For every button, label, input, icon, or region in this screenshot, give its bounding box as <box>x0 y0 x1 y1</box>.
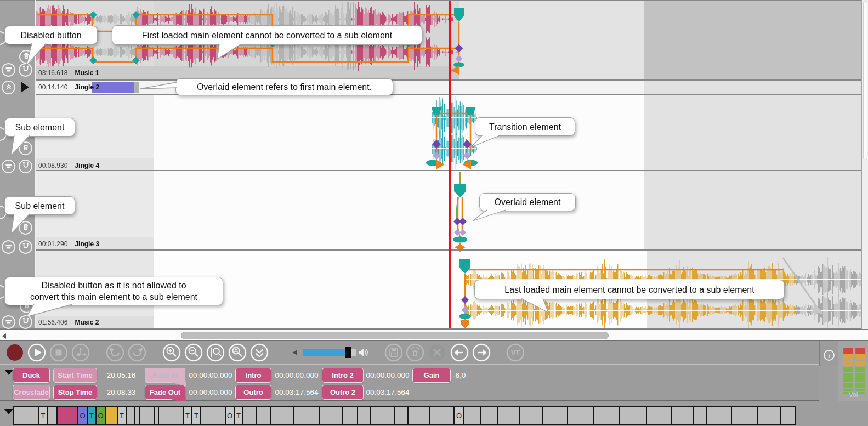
info-icon[interactable]: i <box>820 341 838 366</box>
track-time: 03:16.618 <box>38 69 67 77</box>
playlist-item-cell[interactable] <box>619 406 647 425</box>
playlist-item-cell[interactable] <box>567 406 594 425</box>
track3-hook-button[interactable] <box>19 240 32 254</box>
outro-2-button[interactable]: Outro 2 <box>322 385 364 400</box>
zoom-in-button[interactable] <box>162 343 181 362</box>
crossfade-button[interactable]: Crossfade <box>13 385 50 400</box>
vu-segment <box>843 376 853 379</box>
playlist-item-cell[interactable] <box>463 406 481 425</box>
playlist-item-cell[interactable] <box>319 406 343 425</box>
horizontal-scrollbar-thumb[interactable] <box>181 332 609 339</box>
track2-hook-button[interactable] <box>19 160 32 173</box>
playlist-item-cell[interactable] <box>706 406 732 425</box>
horizontal-scrollbar[interactable] <box>0 329 868 341</box>
playlist-item-cell[interactable] <box>497 406 520 425</box>
playlist-item-cell[interactable] <box>519 406 543 425</box>
chevrons-up-icon <box>5 83 13 93</box>
zoom-out-button[interactable] <box>184 343 203 362</box>
playhead-line[interactable] <box>449 1 451 328</box>
collapse-panel-arrow[interactable] <box>4 370 13 375</box>
playlist-item-cell[interactable] <box>256 406 271 425</box>
intro-2-button[interactable]: Intro 2 <box>322 368 364 383</box>
gain-button[interactable]: Gain <box>412 368 451 383</box>
track2-convert-to-sub-button[interactable] <box>2 160 15 173</box>
stop-time-button[interactable]: Stop Time <box>53 385 97 400</box>
next-button[interactable] <box>472 343 491 362</box>
previous-button[interactable] <box>450 343 469 362</box>
vertical-scrollbar[interactable] <box>861 0 868 329</box>
intro-button[interactable]: Intro <box>235 368 271 383</box>
track4-hook-button[interactable] <box>19 315 32 329</box>
volume-slider[interactable] <box>303 349 345 356</box>
volume-max-icon[interactable] <box>358 348 370 360</box>
stop-button[interactable] <box>49 343 69 362</box>
playlist-item-cell[interactable] <box>593 406 620 425</box>
playlist-item-cell[interactable] <box>105 406 118 425</box>
save-button[interactable] <box>384 343 404 362</box>
track2-delete-button[interactable] <box>19 141 32 155</box>
volume-slider-track-end[interactable] <box>351 349 356 356</box>
channel-center-line <box>36 52 459 52</box>
track3-delete-button[interactable] <box>19 221 32 235</box>
playlist-item-cell[interactable] <box>407 406 430 425</box>
track4-convert-to-sub-button[interactable] <box>2 315 15 329</box>
volume-slider-handle[interactable] <box>345 347 351 358</box>
add-note-button[interactable] <box>71 343 90 362</box>
scroll-left-arrow-icon[interactable] <box>2 333 6 339</box>
playlist-item-cell[interactable] <box>646 406 672 425</box>
playlist-item-cell[interactable] <box>47 406 58 425</box>
zoom-playhead-button[interactable] <box>228 343 247 362</box>
undo-button[interactable] <box>105 343 125 362</box>
duck-button[interactable]: Duck <box>13 368 50 383</box>
collapse-strip-arrow[interactable] <box>4 409 13 414</box>
playlist-item-cell[interactable] <box>671 406 694 425</box>
track1-convert-to-sub-button[interactable] <box>2 63 15 77</box>
playlist-item-cell[interactable] <box>139 406 155 425</box>
track1-hook-button[interactable] <box>19 63 32 77</box>
playlist-item-cell[interactable] <box>693 406 707 425</box>
jingle4-waveform[interactable] <box>431 96 477 169</box>
discard-button[interactable] <box>405 343 425 362</box>
fade-out-button[interactable]: Fade Out <box>145 385 185 400</box>
mix-editor-window: 03:16.618Music 1 00:14.140Jingle 2 00:08… <box>0 0 868 426</box>
callout-text: Disabled button as it is not allowed to <box>41 280 186 291</box>
fade-in-button[interactable]: Fade In <box>145 368 185 383</box>
playlist-item-cell[interactable] <box>357 406 371 425</box>
zoom-selection-button[interactable] <box>206 343 225 362</box>
playlist-item-cell[interactable] <box>394 406 409 425</box>
play-button[interactable] <box>27 343 47 362</box>
start-time-button[interactable]: Start Time <box>53 368 97 383</box>
playlist-item-cell[interactable] <box>780 406 796 425</box>
playlist-item-cell[interactable] <box>56 406 78 425</box>
jingle2-play-icon[interactable] <box>21 82 29 93</box>
playlist-item-cell[interactable] <box>293 406 320 425</box>
outro-button[interactable]: Outro <box>235 385 271 400</box>
volume-min-icon[interactable] <box>292 350 297 355</box>
playlist-item-cell[interactable] <box>270 406 294 425</box>
redo-button[interactable] <box>127 343 147 362</box>
playlist-item-cell[interactable] <box>480 406 498 425</box>
jingle2-expand-button[interactable] <box>2 81 15 94</box>
playlist-item-cell[interactable] <box>242 406 257 425</box>
playlist-item-cell[interactable] <box>13 406 39 425</box>
playlist-item-cell[interactable]: O <box>453 406 464 425</box>
jingle2-overlay-bar-handle[interactable] <box>134 82 139 93</box>
playlist-item-cell[interactable] <box>342 406 358 425</box>
track3-convert-to-sub-button[interactable] <box>2 240 15 254</box>
playlist-item-cell[interactable] <box>200 406 226 425</box>
playlist-item-cell[interactable] <box>429 406 455 425</box>
playlist-item-cell[interactable] <box>158 406 184 425</box>
record-button[interactable] <box>5 343 25 362</box>
channel-center-line <box>459 310 861 311</box>
collapse-button[interactable] <box>249 343 269 362</box>
playlist-item-cell[interactable] <box>731 406 758 425</box>
convert-to-sub-icon <box>5 65 13 75</box>
playlist-item-cell[interactable] <box>757 406 781 425</box>
voice-track-button[interactable]: VT <box>506 343 525 362</box>
hook-icon <box>22 242 30 252</box>
playlist-item-cell[interactable] <box>370 406 395 425</box>
track1-delete-button[interactable] <box>19 50 33 64</box>
playlist-item-cell[interactable] <box>542 406 568 425</box>
vertical-scrollbar-thumb[interactable] <box>863 1 867 160</box>
close-button[interactable] <box>427 343 447 362</box>
